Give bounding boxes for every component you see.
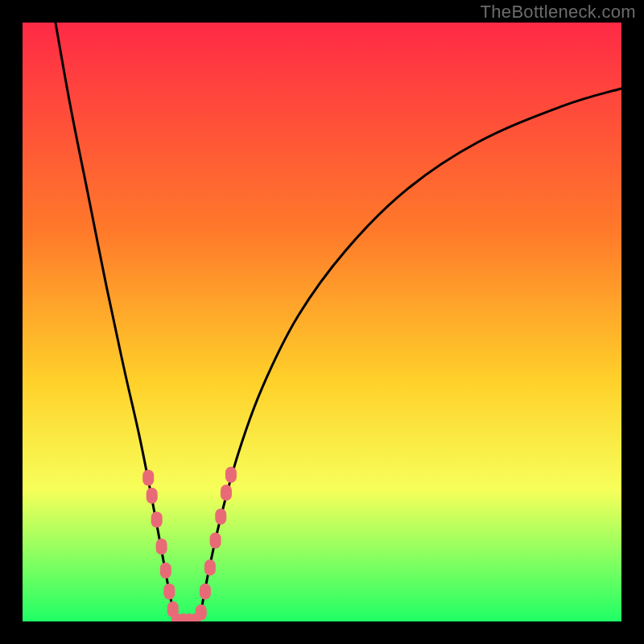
marker-layer — [142, 467, 237, 621]
marker-dot — [151, 512, 163, 528]
watermark-text: TheBottleneck.com — [481, 2, 636, 23]
marker-dot — [204, 559, 216, 576]
marker-dot — [225, 467, 237, 483]
marker-dot — [142, 469, 154, 485]
chart-svg — [23, 23, 621, 621]
marker-dot — [184, 613, 195, 621]
curve-right — [199, 89, 621, 621]
curve-left — [56, 23, 175, 621]
marker-dot — [147, 488, 158, 504]
marker-dot — [163, 584, 175, 600]
marker-dot — [156, 539, 167, 555]
marker-dot — [215, 509, 226, 525]
marker-dot — [171, 613, 183, 621]
marker-dot — [210, 533, 221, 549]
marker-dot — [200, 584, 211, 600]
marker-dot — [177, 613, 188, 621]
marker-dot — [189, 613, 200, 621]
marker-dot — [160, 563, 171, 579]
marker-dot — [196, 605, 207, 621]
marker-dot — [167, 601, 179, 617]
plot-area — [23, 23, 621, 621]
marker-dot — [221, 485, 232, 501]
